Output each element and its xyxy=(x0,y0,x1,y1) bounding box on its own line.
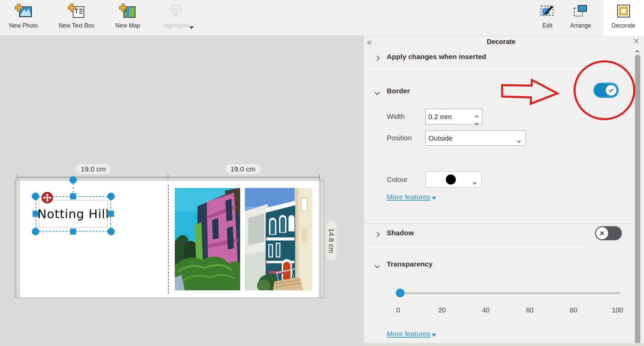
new-text-box-button[interactable]: New Text Box xyxy=(53,0,100,36)
top-toolbar: New Photo New Text Box xyxy=(0,0,644,36)
transparency-section-header[interactable] xyxy=(375,263,379,269)
tick-label: 100 xyxy=(612,306,623,314)
colour-swatch-black xyxy=(446,175,456,185)
page-stack-left xyxy=(15,180,20,298)
shadow-toggle-knob xyxy=(596,227,608,239)
divider xyxy=(366,68,633,69)
arrange-tab-button[interactable]: Arrange xyxy=(566,0,596,36)
new-photo-button[interactable]: New Photo xyxy=(5,0,42,36)
page-fold-line xyxy=(168,185,169,294)
edit-tab-button[interactable]: Edit xyxy=(536,0,559,36)
new-map-button[interactable]: New Map xyxy=(111,0,145,36)
caret-down-icon xyxy=(432,334,436,337)
highlights-diamond-icon xyxy=(168,3,184,20)
tick-label: 0 xyxy=(396,306,400,314)
selection-handle-top-left[interactable] xyxy=(32,193,39,200)
new-text-box-label: New Text Box xyxy=(59,22,95,29)
x-icon xyxy=(599,230,605,236)
chevron-down-icon xyxy=(473,178,476,186)
shadow-label: Shadow xyxy=(387,229,414,237)
new-text-box-icon xyxy=(67,3,86,20)
transparency-slider-track[interactable] xyxy=(397,292,620,294)
border-more-features-link[interactable]: More features xyxy=(387,193,436,201)
photo-teal-townhouse[interactable] xyxy=(245,188,312,290)
new-map-label: New Map xyxy=(115,22,140,29)
new-map-icon xyxy=(118,3,137,20)
selection-handle-top-right[interactable] xyxy=(107,193,115,200)
decorate-tab-button[interactable]: Decorate xyxy=(602,0,644,36)
highlights-button: Highlights xyxy=(155,0,197,36)
tick-label: 40 xyxy=(482,306,489,314)
decorate-icon xyxy=(616,3,631,20)
transparency-more-features-link[interactable]: More features xyxy=(387,330,436,338)
new-photo-label: New Photo xyxy=(9,22,38,29)
panel-scrollbar-thumb[interactable] xyxy=(635,55,640,344)
border-section-header[interactable] xyxy=(375,90,379,96)
ruler-tick-center xyxy=(168,175,168,180)
scrollbar-up-icon[interactable] xyxy=(636,49,639,55)
panel-bottom-edge xyxy=(364,343,644,346)
arrange-label: Arrange xyxy=(570,22,591,29)
transparency-label: Transparency xyxy=(387,260,433,268)
selection-handle-bottom-right[interactable] xyxy=(107,228,115,235)
editor-canvas: 19.0 cm 19.0 cm 14.8 cm xyxy=(0,36,363,346)
tick-label: 80 xyxy=(570,306,577,314)
chevron-down-icon xyxy=(518,136,520,144)
border-position-select[interactable]: Outside xyxy=(425,131,526,146)
caret-down-icon xyxy=(432,197,436,200)
border-width-field[interactable]: 0.2 mm xyxy=(425,109,482,125)
chevron-right-icon xyxy=(375,232,380,237)
border-colour-select[interactable] xyxy=(425,171,482,188)
selection-handle-top-center[interactable] xyxy=(70,193,76,199)
border-label: Border xyxy=(387,87,410,95)
edit-label: Edit xyxy=(542,22,552,29)
chevron-down-icon xyxy=(375,263,380,268)
highlights-dropdown-caret-icon xyxy=(189,26,194,29)
arrange-icon xyxy=(573,3,588,20)
move-handle-icon[interactable] xyxy=(41,192,53,204)
apply-changes-section-header[interactable] xyxy=(375,55,379,61)
selection-handle-bottom-center[interactable] xyxy=(70,229,76,235)
divider xyxy=(364,224,633,224)
shadow-toggle-off[interactable] xyxy=(595,226,622,240)
decorate-panel: « Decorate ✕ Apply changes when inserted… xyxy=(363,36,644,346)
selection-handle-middle-left[interactable] xyxy=(33,211,39,217)
chevron-right-icon xyxy=(375,56,380,61)
apply-changes-label: Apply changes when inserted xyxy=(387,53,486,61)
chevron-down-icon xyxy=(375,90,380,95)
width-label: Width xyxy=(387,112,405,120)
colour-label: Colour xyxy=(387,176,408,184)
tick-label: 20 xyxy=(438,306,446,314)
ruler-tick-right xyxy=(319,175,320,180)
transparency-scale: 0 20 40 60 80 100 xyxy=(398,306,618,315)
check-icon xyxy=(608,87,614,94)
border-width-value: 0.2 mm xyxy=(428,113,452,121)
tick-label: 60 xyxy=(526,306,533,314)
panel-title: Decorate xyxy=(364,38,639,46)
page-height-label: 14.8 cm xyxy=(326,221,336,260)
border-position-value: Outside xyxy=(428,134,452,142)
spinner-down-icon[interactable] xyxy=(475,118,478,126)
shadow-section-header[interactable] xyxy=(375,232,379,238)
ruler-tick-left xyxy=(17,175,17,180)
app-window: New Photo New Text Box xyxy=(0,0,644,346)
page-stack-right xyxy=(319,180,324,298)
edit-icon xyxy=(540,3,555,20)
border-toggle-knob xyxy=(605,84,617,96)
photo-colourful-houses[interactable] xyxy=(175,188,240,290)
position-label: Position xyxy=(387,134,412,142)
highlights-label: Highlights xyxy=(163,22,189,29)
panel-close-button[interactable]: ✕ xyxy=(633,37,640,46)
selection-handle-middle-right[interactable] xyxy=(108,211,114,217)
new-photo-icon xyxy=(14,3,33,20)
transparency-slider-thumb[interactable] xyxy=(396,289,405,297)
border-toggle-on[interactable] xyxy=(593,83,619,98)
left-page-width-label: 19.0 cm xyxy=(76,164,111,174)
decorate-label: Decorate xyxy=(611,22,635,29)
selection-handle-bottom-left[interactable] xyxy=(32,228,39,235)
divider xyxy=(364,247,589,248)
right-page-width-label: 19.0 cm xyxy=(225,164,260,174)
rotation-handle[interactable] xyxy=(69,176,77,184)
